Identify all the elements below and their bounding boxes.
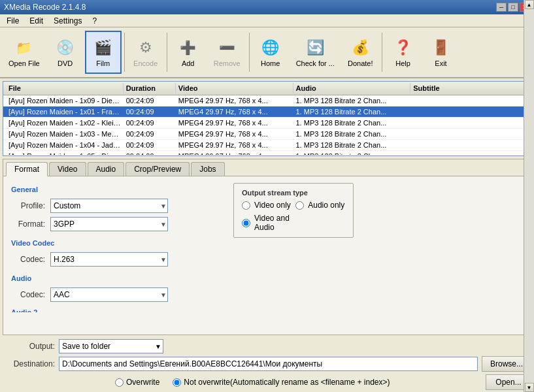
overwrite-option: Overwrite: [115, 378, 159, 387]
video-codec-row: Codec: H.263 H.264 MPEG4 VP8 ▼: [11, 252, 207, 267]
menu-edit[interactable]: Edit: [25, 16, 47, 26]
file-cell-video: MPEG4 29.97 Hz, 768 x 4...: [176, 140, 293, 150]
tab-crop-preview[interactable]: Crop/Preview: [125, 162, 190, 176]
bottom-area: Output: Save to folder Encode to single …: [3, 336, 531, 392]
audio-codec-dropdown-wrapper: AAC MP3 AC3 OGG ▼: [50, 287, 168, 302]
tab-format[interactable]: Format: [6, 162, 48, 176]
tab-content: General Profile: Custom iPhone iPad Andr…: [3, 176, 361, 312]
donate-button[interactable]: Donate!: [342, 31, 379, 74]
profile-dropdown-wrapper: Custom iPhone iPad Android ▼: [50, 199, 168, 213]
remove-icon: [216, 37, 237, 58]
tab-audio[interactable]: Audio: [88, 162, 125, 176]
format-row: Format: 3GPP MP4 AVI MKV ▼: [11, 217, 207, 231]
encode-button[interactable]: Encode: [127, 31, 164, 74]
remove-button[interactable]: Remove: [208, 31, 246, 74]
menu-file[interactable]: File: [3, 16, 23, 26]
table-row[interactable]: [Ayu] Rozen Maiden - 1x04 - Jade St...00…: [3, 140, 531, 151]
home-icon: [260, 37, 281, 58]
file-cell-video: MPEG4 29.97 Hz, 768 x 4...: [176, 96, 293, 105]
video-codec-select[interactable]: H.263 H.264 MPEG4 VP8: [50, 252, 168, 267]
video-codec-section-title: Video Codec: [11, 239, 207, 247]
add-button[interactable]: Add: [170, 31, 207, 74]
check-for-button[interactable]: Check for ...: [290, 31, 341, 74]
output-stream-box: Output stream type Video only Audio only: [233, 183, 354, 238]
maximize-button[interactable]: □: [508, 3, 518, 12]
video-only-label: Video only: [254, 201, 291, 210]
file-list-area: File Duration Video Audio Subtitle [Ayu]…: [3, 81, 531, 156]
output-select[interactable]: Save to folder Encode to single file: [59, 339, 163, 353]
encode-label: Encode: [133, 59, 158, 67]
file-cell-duration: 00:24:09: [124, 107, 176, 116]
file-cell-subtitle: [410, 140, 528, 150]
profile-label: Profile:: [11, 201, 50, 210]
home-button[interactable]: Home: [252, 31, 289, 74]
audio-only-radio[interactable]: [295, 201, 304, 210]
not-overwrite-radio[interactable]: [173, 378, 181, 387]
file-cell-file: [Ayu] Rozen Maiden - 1x03 - Mercury...: [6, 129, 124, 139]
help-label: Help: [395, 59, 410, 67]
menu-help[interactable]: ?: [88, 16, 101, 26]
audio-codec-row: Codec: AAC MP3 AC3 OGG ▼: [11, 287, 207, 302]
film-icon: [93, 37, 114, 58]
file-cell-video: MPEG4 29.97 Hz, 768 x 4...: [176, 152, 293, 155]
folder-icon: [14, 37, 35, 58]
overwrite-radio[interactable]: [115, 378, 124, 387]
video-only-radio[interactable]: [242, 201, 250, 210]
file-cell-file: [Ayu] Rozen Maiden - 1x02 - Kleine B...: [6, 118, 124, 127]
destination-input[interactable]: [59, 357, 478, 371]
film-button[interactable]: Film: [85, 31, 122, 74]
exit-label: Exit: [435, 59, 446, 67]
format-select[interactable]: 3GPP MP4 AVI MKV: [50, 217, 168, 231]
open-file-button[interactable]: Open File: [3, 31, 46, 74]
menu-bar: File Edit Settings ?: [0, 14, 534, 27]
output-row: Output: Save to folder Encode to single …: [3, 339, 531, 353]
overwrite-row: Overwrite Not overwrite(Automatically re…: [3, 374, 531, 390]
film-label: Film: [96, 59, 110, 67]
col-subtitle[interactable]: Subtitle: [410, 83, 528, 93]
dvd-button[interactable]: DVD: [47, 31, 84, 74]
toolbar-separator-4: [382, 33, 382, 72]
file-cell-subtitle: [410, 118, 528, 127]
menu-settings[interactable]: Settings: [50, 16, 86, 26]
tab-jobs[interactable]: Jobs: [191, 162, 224, 176]
col-file[interactable]: File: [6, 83, 124, 93]
file-list-header: File Duration Video Audio Subtitle: [3, 82, 531, 95]
not-overwrite-label: Not overwrite(Automatically rename as <f…: [184, 378, 390, 387]
file-cell-file: [Ayu] Rozen Maiden - 1x04 - Jade St...: [6, 140, 124, 150]
tab-video[interactable]: Video: [49, 162, 86, 176]
file-cell-audio: 1. MP3 128 Bitrate 2 Chan...: [293, 140, 411, 150]
settings-scrollbar[interactable]: ▲ ▼: [524, 159, 531, 335]
check-icon: [305, 37, 325, 58]
video-audio-radio[interactable]: [242, 219, 250, 227]
table-row[interactable]: [Ayu] Rozen Maiden - 1x01 - Fraulein...0…: [3, 106, 531, 118]
file-cell-video: MPEG4 29.97 Hz, 768 x 4...: [176, 118, 293, 127]
overwrite-options: Overwrite Not overwrite(Automatically re…: [115, 378, 390, 387]
table-row[interactable]: [Ayu] Rozen Maiden - 1x09 - Die Gef...00…: [3, 95, 531, 106]
file-cell-duration: 00:24:09: [124, 140, 176, 150]
video-audio-row: Video and Audio: [242, 214, 292, 232]
exit-button[interactable]: Exit: [423, 31, 459, 74]
profile-select[interactable]: Custom iPhone iPad Android: [50, 199, 168, 213]
file-cell-duration: 00:24:09: [124, 129, 176, 139]
col-audio[interactable]: Audio: [293, 83, 411, 93]
help-button[interactable]: Help: [385, 31, 422, 74]
video-codec-dropdown-wrapper: H.263 H.264 MPEG4 VP8 ▼: [50, 252, 168, 267]
overwrite-label: Overwrite: [126, 378, 159, 387]
add-label: Add: [182, 59, 195, 67]
col-duration[interactable]: Duration: [124, 83, 176, 93]
file-cell-video: MPEG4 29.97 Hz, 768 x 4...: [176, 107, 293, 116]
file-cell-duration: 00:24:09: [124, 96, 176, 105]
minimize-button[interactable]: ─: [496, 3, 507, 12]
donate-icon: [350, 37, 371, 58]
audio2-link[interactable]: Audio 2: [11, 308, 207, 312]
toolbar-separator-2: [167, 33, 167, 72]
app-title: XMedia Recode 2.1.4.8: [4, 3, 86, 12]
audio-codec-select[interactable]: AAC MP3 AC3 OGG: [50, 287, 168, 302]
destination-row: Destination: Browse...: [3, 356, 531, 372]
audio-section-title: Audio: [11, 274, 207, 282]
table-row[interactable]: [Ayu] Rozen Maiden - 1x03 - Mercury...00…: [3, 129, 531, 140]
table-row[interactable]: [Ayu] Rozen Maiden - 1x05 - Die T...00:2…: [3, 151, 531, 155]
table-row[interactable]: [Ayu] Rozen Maiden - 1x02 - Kleine B...0…: [3, 118, 531, 129]
col-video[interactable]: Video: [176, 83, 293, 93]
file-cell-duration: 00:24:09: [124, 152, 176, 155]
